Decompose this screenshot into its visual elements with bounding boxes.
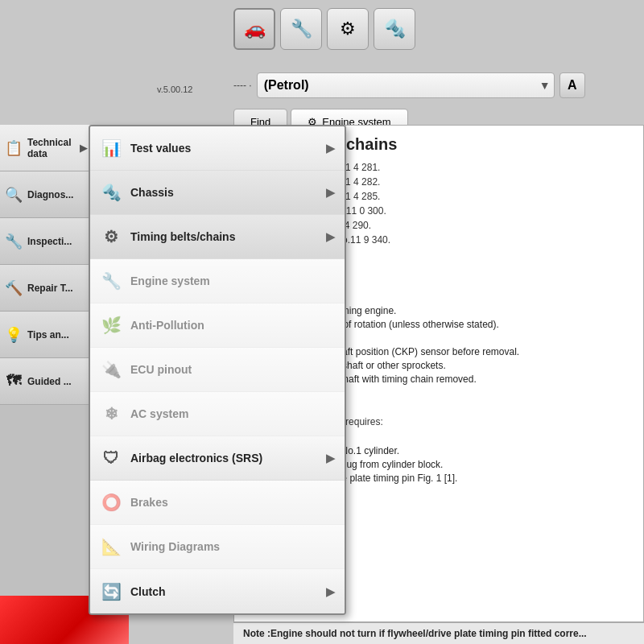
technical-data-icon: 📋: [5, 139, 23, 157]
sidebar-item-guided[interactable]: 🗺 Guided ...: [0, 358, 92, 405]
sidebar-item-label: Repair T...: [27, 283, 73, 294]
diagnostics-icon: 🔍: [5, 186, 23, 204]
menu-item-clutch[interactable]: 🔄 Clutch ▶: [90, 569, 345, 613]
technical-data-arrow: ▶: [80, 142, 87, 154]
sidebar-item-repair[interactable]: 🔨 Repair T...: [0, 265, 92, 312]
test-values-icon: 📊: [100, 138, 122, 158]
version-label: v.5.00.12: [157, 85, 192, 94]
menu-item-chassis[interactable]: 🔩 Chassis ▶: [90, 171, 345, 215]
menu-item-engine-system[interactable]: 🔧 Engine system: [90, 259, 345, 303]
petrol-dropdown[interactable]: (Petrol) ▼: [257, 72, 555, 98]
anti-pollution-icon: 🌿: [100, 316, 122, 335]
bottom-note-bar: Note :Engine should not turn if flywheel…: [233, 621, 644, 644]
menu-item-wiring-diagrams[interactable]: 📐 Wiring Diagrams: [90, 525, 345, 569]
menu-item-timing-belts[interactable]: ⚙ Timing belts/chains ▶: [90, 215, 345, 259]
clutch-arrow: ▶: [326, 585, 335, 598]
menu-item-label: ECU pinout: [130, 363, 192, 376]
sidebar-item-diagnostics[interactable]: 🔍 Diagnos...: [0, 171, 92, 218]
clutch-icon: 🔄: [100, 582, 122, 601]
airbag-arrow: ▶: [326, 452, 335, 464]
inspection-icon: 🔧: [5, 233, 23, 250]
menu-item-label: Airbag electronics (SRS): [130, 452, 262, 464]
menu-item-label: AC system: [130, 407, 188, 420]
sidebar-item-tips[interactable]: 💡 Tips an...: [0, 312, 92, 358]
menu-item-label: Chassis: [130, 186, 174, 199]
settings-toolbar-btn[interactable]: ⚙: [327, 8, 369, 50]
sidebar-item-technical-data[interactable]: 📋 Technical data ▶: [0, 125, 92, 171]
repair-icon: 🔨: [5, 279, 23, 297]
menu-item-label: Brakes: [130, 496, 168, 509]
menu-item-airbag[interactable]: 🛡 Airbag electronics (SRS) ▶: [90, 436, 345, 481]
brakes-icon: ⭕: [100, 493, 122, 512]
chassis-icon: 🔩: [100, 183, 122, 202]
sidebar-item-inspection[interactable]: 🔧 Inspecti...: [0, 218, 92, 265]
menu-item-label: Wiring Diagrams: [130, 540, 220, 553]
dropdown-arrow-icon: ▼: [539, 79, 551, 92]
top-toolbar: 🚗 🔧 ⚙ 🔩: [233, 8, 415, 50]
sidebar-item-label: Guided ...: [27, 376, 72, 387]
dropdown-row: ---- · (Petrol) ▼ A: [233, 72, 585, 98]
sidebar-item-label: Inspecti...: [27, 236, 72, 247]
car-toolbar-btn[interactable]: 🚗: [233, 8, 275, 50]
menu-item-ecu-pinout[interactable]: 🔌 ECU pinout: [90, 348, 345, 392]
bottom-note-text: Note :Engine should not turn if flywheel…: [243, 628, 587, 639]
ac-system-icon: ❄: [100, 404, 122, 423]
engine-toolbar-btn[interactable]: 🔧: [280, 8, 322, 50]
menu-item-label: Clutch: [130, 585, 166, 598]
menu-item-label: Timing belts/chains: [130, 230, 235, 243]
menu-item-label: Test values: [130, 142, 191, 155]
menu-item-ac-system[interactable]: ❄ AC system: [90, 392, 345, 436]
ecu-pinout-icon: 🔌: [100, 360, 122, 379]
dropdown-value: (Petrol): [264, 78, 309, 93]
menu-item-test-values[interactable]: 📊 Test values ▶: [90, 126, 345, 171]
guided-icon: 🗺: [5, 373, 23, 390]
timing-belts-icon: ⚙: [100, 227, 122, 246]
timing-belts-arrow: ▶: [326, 230, 335, 243]
menu-item-label: Anti-Pollution: [130, 319, 204, 332]
a-button[interactable]: A: [559, 72, 585, 98]
sidebar-item-label: Diagnos...: [27, 189, 73, 200]
gears-toolbar-btn[interactable]: 🔩: [374, 8, 415, 50]
menu-item-label: Engine system: [130, 275, 210, 287]
sidebar-item-label: Technical data: [27, 137, 75, 159]
test-values-arrow: ▶: [326, 142, 335, 155]
chassis-arrow: ▶: [326, 186, 335, 199]
engine-system-menu-icon: 🔧: [100, 271, 122, 291]
dropdown-prefix: ---- ·: [233, 80, 252, 91]
menu-item-brakes[interactable]: ⭕ Brakes: [90, 481, 345, 525]
airbag-icon: 🛡: [100, 449, 122, 468]
sidebar-item-label: Tips an...: [27, 329, 69, 341]
left-sidebar: 📋 Technical data ▶ 🔍 Diagnos... 🔧 Inspec…: [0, 125, 93, 608]
tips-icon: 💡: [5, 326, 23, 344]
wiring-diagrams-icon: 📐: [100, 537, 122, 556]
menu-item-anti-pollution[interactable]: 🌿 Anti-Pollution: [90, 303, 345, 348]
technical-data-dropdown-menu: 📊 Test values ▶ 🔩 Chassis ▶ ⚙ Timing bel…: [89, 125, 346, 615]
